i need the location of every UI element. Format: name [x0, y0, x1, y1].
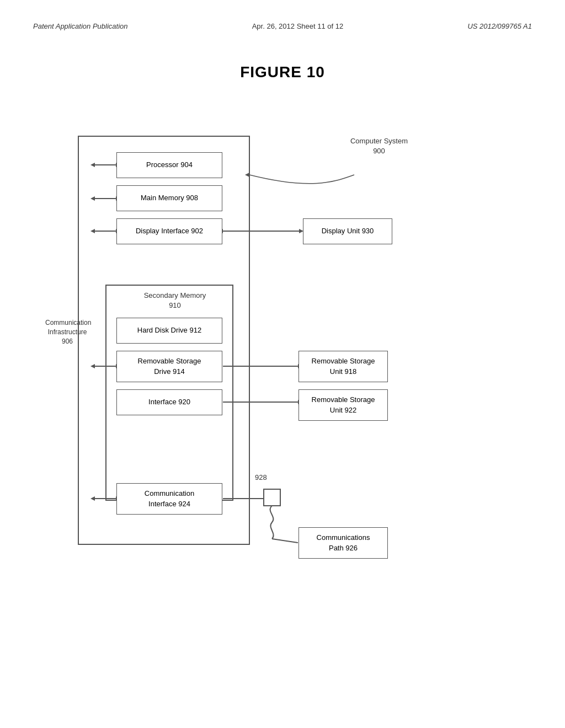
- svg-rect-36: [264, 489, 280, 506]
- label-928: 928: [255, 473, 267, 483]
- svg-line-37: [272, 539, 298, 543]
- display-interface-label: Display Interface 902: [117, 219, 222, 244]
- computer-system-label: Computer System 900: [338, 136, 420, 156]
- svg-marker-15: [299, 229, 303, 233]
- interface-920-label: Interface 920: [117, 390, 222, 415]
- diagram-svg: [45, 109, 520, 588]
- svg-marker-22: [90, 364, 95, 368]
- main-memory-label: Main Memory 908: [117, 186, 222, 211]
- hard-disk-drive-label: Hard Disk Drive 912: [117, 318, 222, 343]
- svg-marker-6: [90, 163, 95, 167]
- svg-marker-9: [90, 196, 95, 201]
- communication-interface-label: CommunicationInterface 924: [117, 484, 222, 514]
- header-center: Apr. 26, 2012 Sheet 11 of 12: [252, 22, 344, 30]
- header-right: US 2012/099765 A1: [467, 22, 532, 30]
- page-header: Patent Application Publication Apr. 26, …: [33, 22, 532, 30]
- svg-marker-38: [245, 173, 249, 177]
- communication-infrastructure-label: CommunicationInfrastructure906: [45, 318, 89, 346]
- header-left: Patent Application Publication: [33, 22, 128, 30]
- diagram: Computer System 900 CommunicationInfrast…: [45, 109, 520, 588]
- svg-marker-33: [90, 496, 95, 501]
- page: Patent Application Publication Apr. 26, …: [0, 0, 565, 728]
- removable-storage-unit-918-label: Removable StorageUnit 918: [299, 351, 387, 382]
- removable-storage-drive-label: Removable StorageDrive 914: [117, 351, 222, 382]
- removable-storage-unit-922-label: Removable StorageUnit 922: [299, 390, 387, 420]
- processor-label: Processor 904: [117, 153, 222, 178]
- figure-title: FIGURE 10: [33, 63, 532, 81]
- communications-path-label: CommunicationsPath 926: [299, 528, 387, 558]
- display-unit-label: Display Unit 930: [303, 219, 392, 244]
- svg-marker-12: [90, 229, 95, 233]
- secondary-memory-label: Secondary Memory910: [131, 291, 219, 311]
